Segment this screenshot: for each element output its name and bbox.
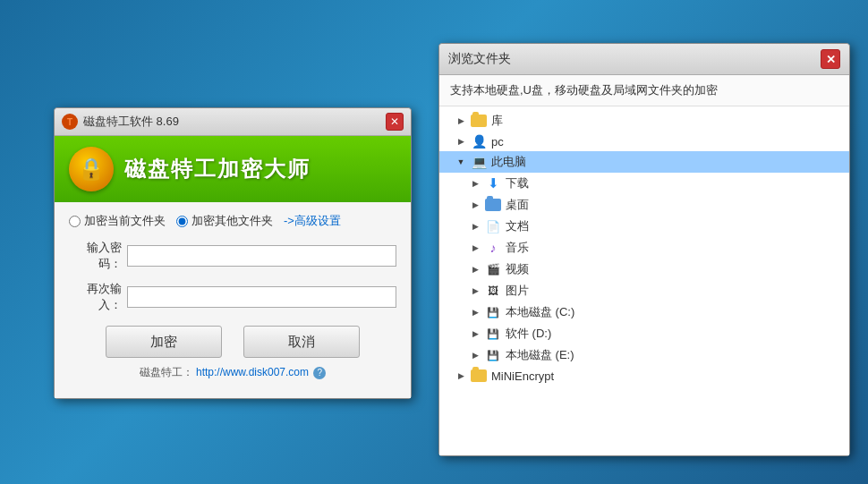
radio-other-input[interactable] [176,216,188,227]
tree-label-drive-e: 本地磁盘 (E:) [506,347,574,363]
tree-item-desktop[interactable]: ▶ 桌面 [439,194,849,216]
pc-icon: 👤 [470,134,488,149]
chevron-video: ▶ [468,262,482,276]
radio-current-folder[interactable]: 加密当前文件夹 [69,213,166,229]
chevron-documents: ▶ [468,219,482,234]
footer-label: 磁盘特工： [140,366,193,378]
confirm-row: 再次输入： [69,281,396,313]
chevron-desktop: ▶ [468,198,482,212]
file-tree[interactable]: ▶ 库 ▶ 👤 pc ▼ 💻 此电脑 ▶ ⬇ 下载 ▶ 桌面 [439,106,849,455]
tree-item-computer[interactable]: ▼ 💻 此电脑 [439,151,849,173]
password-row: 输入密码： [69,240,396,272]
radio-other-folder[interactable]: 加密其他文件夹 [176,213,273,229]
chevron-drive-d: ▶ [468,327,482,341]
folder-icon-library [470,114,488,128]
tree-item-library[interactable]: ▶ 库 [439,110,849,132]
tree-label-music: 音乐 [506,240,529,256]
app-icon: T [62,114,78,130]
chevron-pictures: ▶ [468,284,482,298]
tree-label-desktop: 桌面 [506,197,529,213]
right-titlebar: 浏览文件夹 ✕ [439,44,849,75]
footer: 磁盘特工： http://www.disk007.com ? [69,365,396,387]
music-icon: ♪ [484,241,502,255]
dialog-body: 加密当前文件夹 加密其他文件夹 ->高级设置 输入密码： 再次输入： 加密 取消… [55,202,411,398]
tree-label-drive-d: 软件 (D:) [506,326,551,342]
help-icon[interactable]: ? [313,367,326,379]
password-label: 输入密码： [69,240,127,272]
radio-other-label: 加密其他文件夹 [191,213,273,229]
tree-label-pc: pc [491,135,504,149]
tree-item-download[interactable]: ▶ ⬇ 下载 [439,173,849,194]
tree-label-drive-c: 本地磁盘 (C:) [506,304,574,320]
right-dialog-title: 浏览文件夹 [448,51,821,67]
desktop-icon [484,198,502,212]
chevron-computer: ▼ [454,155,468,169]
tree-label-computer: 此电脑 [491,154,526,170]
tree-item-pc[interactable]: ▶ 👤 pc [439,132,849,151]
tree-item-drive-e[interactable]: ▶ 💾 本地磁盘 (E:) [439,344,849,366]
chevron-music: ▶ [468,241,482,255]
banner: 🔒 磁盘特工加密大师 [55,136,411,202]
footer-url[interactable]: http://www.disk007.com [196,366,309,378]
chevron-pc: ▶ [454,134,468,149]
tree-label-library: 库 [491,113,503,129]
encrypt-button[interactable]: 加密 [106,326,222,358]
tree-item-documents[interactable]: ▶ 📄 文档 [439,216,849,237]
radio-current-label: 加密当前文件夹 [84,213,166,229]
chevron-library: ▶ [454,114,468,128]
chevron-miniencrypt: ▶ [454,369,468,383]
tree-item-music[interactable]: ▶ ♪ 音乐 [439,237,849,259]
chevron-download: ▶ [468,176,482,191]
confirm-input[interactable] [127,286,396,308]
tree-label-video: 视频 [506,261,529,277]
documents-icon: 📄 [484,219,502,234]
computer-icon: 💻 [470,155,488,169]
tree-item-miniencrypt[interactable]: ▶ MiNiEncrypt [439,366,849,386]
right-close-button[interactable]: ✕ [821,49,840,69]
advanced-settings-link[interactable]: ->高级设置 [284,213,341,229]
tree-item-drive-c[interactable]: ▶ 💾 本地磁盘 (C:) [439,301,849,323]
video-icon: 🎬 [484,262,502,276]
tree-label-download: 下载 [506,175,529,191]
drive-e-icon: 💾 [484,348,502,362]
left-dialog-title: 磁盘特工软件 8.69 [83,114,386,130]
tree-label-miniencrypt: MiNiEncrypt [491,369,554,383]
tree-item-video[interactable]: ▶ 🎬 视频 [439,259,849,280]
chevron-drive-e: ▶ [468,348,482,362]
right-subtitle: 支持本地硬盘,U盘，移动硬盘及局域网文件夹的加密 [439,75,849,106]
banner-icon: 🔒 [69,147,114,191]
tree-item-pictures[interactable]: ▶ 🖼 图片 [439,280,849,301]
tree-label-documents: 文档 [506,218,529,234]
right-dialog: 浏览文件夹 ✕ 支持本地硬盘,U盘，移动硬盘及局域网文件夹的加密 ▶ 库 ▶ 👤… [438,43,850,456]
left-close-button[interactable]: ✕ [386,113,404,131]
drive-c-icon: 💾 [484,305,502,319]
confirm-label: 再次输入： [69,281,127,313]
banner-title: 磁盘特工加密大师 [124,155,311,183]
button-row: 加密 取消 [69,326,396,358]
tree-item-drive-d[interactable]: ▶ 💾 软件 (D:) [439,323,849,344]
tree-label-pictures: 图片 [506,283,529,299]
left-dialog: T 磁盘特工软件 8.69 ✕ 🔒 磁盘特工加密大师 加密当前文件夹 加密其他文… [54,107,412,399]
drive-d-icon: 💾 [484,327,502,341]
cancel-button[interactable]: 取消 [243,326,360,358]
download-icon: ⬇ [484,176,502,191]
password-input[interactable] [127,245,396,267]
radio-current-input[interactable] [69,216,81,227]
left-titlebar: T 磁盘特工软件 8.69 ✕ [55,108,411,136]
miniencrypt-icon [470,369,488,383]
radio-row: 加密当前文件夹 加密其他文件夹 ->高级设置 [69,213,396,229]
pictures-icon: 🖼 [484,284,502,298]
chevron-drive-c: ▶ [468,305,482,319]
